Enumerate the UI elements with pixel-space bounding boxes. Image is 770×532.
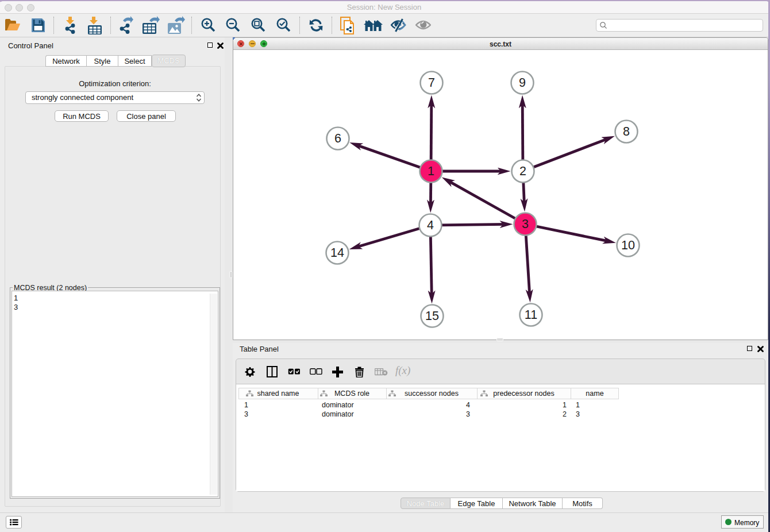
svg-text:15: 15 xyxy=(425,309,439,323)
svg-text:8: 8 xyxy=(623,125,630,138)
svg-text:10: 10 xyxy=(621,238,635,252)
svg-text:2: 2 xyxy=(519,164,526,178)
svg-text:1: 1 xyxy=(428,164,434,178)
svg-text:4: 4 xyxy=(427,218,434,232)
svg-text:7: 7 xyxy=(428,76,435,90)
svg-text:11: 11 xyxy=(525,308,537,322)
svg-text:14: 14 xyxy=(330,246,344,260)
svg-text:9: 9 xyxy=(519,76,526,90)
svg-text:3: 3 xyxy=(522,217,529,231)
svg-text:6: 6 xyxy=(334,132,341,145)
